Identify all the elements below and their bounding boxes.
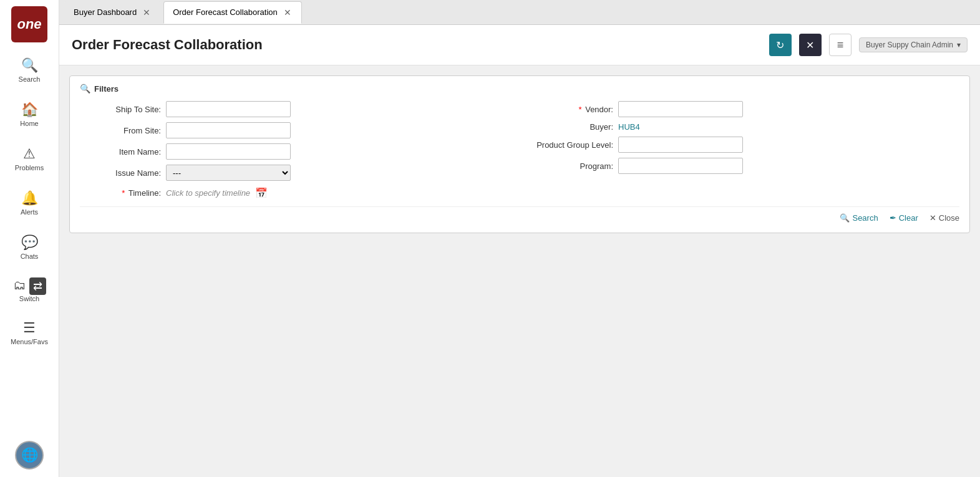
search-label: Search bbox=[852, 213, 878, 223]
tab-buyer-dashboard[interactable]: Buyer Dashboard ✕ bbox=[64, 1, 161, 24]
ship-to-site-input[interactable] bbox=[166, 101, 291, 117]
menu-icon: ☰ bbox=[23, 320, 36, 336]
sidebar: one 🔍 Search 🏠 Home ⚠ Problems 🔔 Alerts … bbox=[0, 0, 59, 477]
home-icon: 🏠 bbox=[21, 102, 38, 118]
ship-to-site-label: Ship To Site: bbox=[80, 105, 161, 114]
buyer-label: Buyer: bbox=[532, 122, 613, 132]
sidebar-item-chats[interactable]: 💬 Chats bbox=[0, 231, 59, 264]
main-content: Buyer Dashboard ✕ Order Forecast Collabo… bbox=[59, 0, 980, 477]
filter-actions: 🔍 Search ✒ Clear ✕ Close bbox=[80, 206, 959, 223]
program-label: Program: bbox=[532, 161, 613, 171]
filter-col-left: Ship To Site: From Site: Item Name: Issu… bbox=[80, 101, 507, 181]
calendar-icon[interactable]: 📅 bbox=[255, 187, 268, 199]
from-site-input[interactable] bbox=[166, 122, 291, 138]
search-action-icon: 🔍 bbox=[840, 213, 850, 223]
close-filter-icon: ✕ bbox=[929, 213, 936, 223]
sidebar-item-menus[interactable]: ☰ Menus/Favs bbox=[0, 316, 59, 349]
page-header: Order Forecast Collaboration ↻ ✕ ≡ Buyer… bbox=[59, 25, 980, 65]
timeline-required-star: * bbox=[122, 188, 125, 198]
sidebar-item-problems[interactable]: ⚠ Problems bbox=[0, 142, 59, 175]
filter-from-site: From Site: bbox=[80, 122, 507, 138]
product-group-input[interactable] bbox=[618, 137, 743, 153]
chat-icon: 💬 bbox=[21, 234, 38, 251]
search-icon: 🔍 bbox=[21, 57, 38, 74]
sidebar-item-label: Alerts bbox=[21, 208, 38, 216]
sidebar-item-label: Menus/Favs bbox=[11, 338, 48, 345]
filter-header-label: Filters bbox=[94, 84, 119, 94]
issue-name-select[interactable]: --- bbox=[166, 165, 291, 181]
filter-program: Program: bbox=[532, 158, 959, 174]
sidebar-item-home[interactable]: 🏠 Home bbox=[0, 98, 59, 131]
filter-col-right: * Vendor: Buyer: HUB4 Product Group Leve… bbox=[532, 101, 959, 181]
close-filter-button[interactable]: ✕ Close bbox=[929, 213, 959, 223]
sidebar-item-label: Home bbox=[20, 120, 38, 127]
timeline-link[interactable]: Click to specify timeline bbox=[166, 188, 250, 198]
close-label: Close bbox=[939, 213, 959, 223]
timeline-label: * Timeline: bbox=[80, 188, 161, 198]
content-area: 🔍 Filters Ship To Site: From Site: Item … bbox=[59, 65, 980, 477]
filter-grid: Ship To Site: From Site: Item Name: Issu… bbox=[80, 101, 959, 181]
filter-header: 🔍 Filters bbox=[80, 84, 959, 94]
hamburger-icon: ≡ bbox=[837, 39, 844, 52]
sidebar-item-label: Switch bbox=[19, 295, 39, 302]
filter-buyer: Buyer: HUB4 bbox=[532, 122, 959, 132]
tray-icon: 🗂 bbox=[13, 278, 26, 292]
from-site-label: From Site: bbox=[80, 126, 161, 135]
sidebar-item-alerts[interactable]: 🔔 Alerts bbox=[0, 186, 59, 219]
tab-close-buyer-dashboard[interactable]: ✕ bbox=[142, 7, 152, 17]
search-button[interactable]: 🔍 Search bbox=[840, 213, 878, 223]
vendor-input[interactable] bbox=[618, 101, 743, 117]
sidebar-item-switch[interactable]: 🗂 ⇄ Switch bbox=[0, 275, 59, 305]
tab-label: Order Forecast Collaboration bbox=[173, 7, 278, 17]
filter-timeline: * Timeline: Click to specify timeline 📅 bbox=[80, 187, 959, 199]
clear-icon: ✒ bbox=[890, 213, 896, 223]
bell-icon: 🔔 bbox=[21, 190, 38, 206]
user-dropdown[interactable]: Buyer Suppy Chain Admin ▾ bbox=[859, 37, 968, 52]
buyer-value: HUB4 bbox=[618, 122, 640, 132]
program-input[interactable] bbox=[618, 158, 743, 174]
app-logo[interactable]: one bbox=[11, 6, 47, 42]
sidebar-item-label: Chats bbox=[21, 253, 39, 260]
issue-name-label: Issue Name: bbox=[80, 168, 161, 178]
sidebar-item-label: Problems bbox=[15, 164, 44, 171]
product-group-label: Product Group Level: bbox=[532, 140, 613, 150]
sidebar-item-label: Search bbox=[19, 75, 41, 83]
close-page-button[interactable]: ✕ bbox=[799, 34, 822, 56]
tab-order-forecast[interactable]: Order Forecast Collaboration ✕ bbox=[163, 1, 302, 24]
filter-vendor: * Vendor: bbox=[532, 101, 959, 117]
user-avatar[interactable]: 🌐 bbox=[15, 441, 44, 470]
filter-search-icon: 🔍 bbox=[80, 84, 90, 94]
tab-label: Buyer Dashboard bbox=[74, 7, 137, 17]
chevron-down-icon: ▾ bbox=[957, 41, 961, 49]
warning-icon: ⚠ bbox=[23, 146, 36, 162]
vendor-required-star: * bbox=[578, 105, 581, 114]
vendor-label: * Vendor: bbox=[532, 105, 613, 114]
clear-button[interactable]: ✒ Clear bbox=[890, 213, 918, 223]
close-icon: ✕ bbox=[806, 39, 814, 51]
filter-ship-to-site: Ship To Site: bbox=[80, 101, 507, 117]
sidebar-item-search[interactable]: 🔍 Search bbox=[0, 54, 59, 87]
filter-issue-name: Issue Name: --- bbox=[80, 165, 507, 181]
clear-label: Clear bbox=[899, 213, 918, 223]
tab-close-order-forecast[interactable]: ✕ bbox=[283, 7, 293, 17]
tab-bar: Buyer Dashboard ✕ Order Forecast Collabo… bbox=[59, 0, 980, 25]
item-name-input[interactable] bbox=[166, 143, 291, 160]
filter-product-group: Product Group Level: bbox=[532, 137, 959, 153]
filter-item-name: Item Name: bbox=[80, 143, 507, 160]
avatar-image: 🌐 bbox=[15, 441, 44, 470]
refresh-icon: ↻ bbox=[776, 39, 784, 51]
item-name-label: Item Name: bbox=[80, 147, 161, 157]
refresh-button[interactable]: ↻ bbox=[769, 34, 792, 56]
page-title: Order Forecast Collaboration bbox=[72, 37, 762, 53]
user-name: Buyer Suppy Chain Admin bbox=[866, 41, 953, 49]
filter-panel: 🔍 Filters Ship To Site: From Site: Item … bbox=[69, 75, 970, 233]
switch-icon: ⇄ bbox=[29, 277, 46, 295]
menu-button[interactable]: ≡ bbox=[829, 34, 851, 56]
